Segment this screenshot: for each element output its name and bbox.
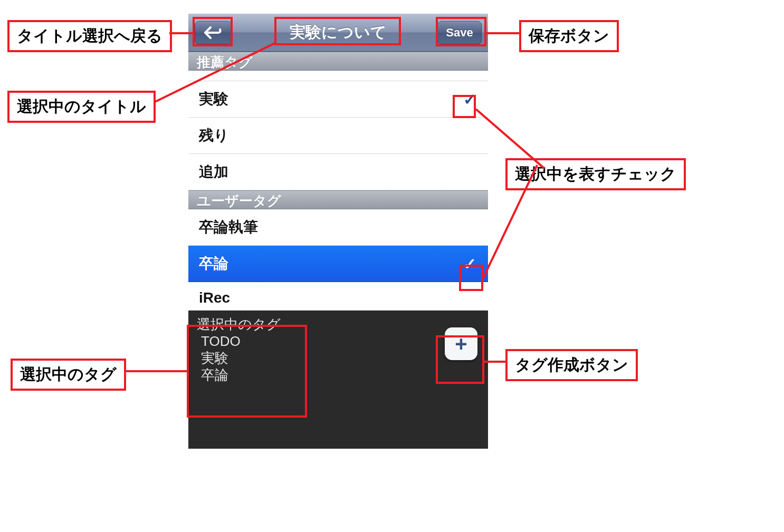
connector (486, 32, 519, 34)
tag-label: 卒論 (199, 254, 228, 274)
back-button[interactable] (195, 21, 232, 44)
tag-label: 残り (199, 125, 229, 146)
callout-addbtn: タグ作成ボタン (505, 349, 638, 381)
navbar: 実験について Save (188, 14, 488, 52)
checkmark-icon: ✓ (463, 255, 476, 273)
selected-tag: TODO (197, 333, 480, 350)
callout-title: 選択中のタイトル (7, 91, 156, 123)
selected-tag: 実験 (197, 350, 480, 366)
plus-icon: + (455, 332, 467, 356)
list-item[interactable]: 追加 (188, 154, 488, 190)
section-header-user: ユーザータグ (188, 190, 488, 209)
list-item[interactable]: iRec (188, 282, 488, 311)
selected-tags-title: 選択中のタグ (197, 316, 480, 333)
tag-label: 卒論執筆 (199, 217, 258, 237)
save-button[interactable]: Save (437, 21, 482, 44)
list-item[interactable] (188, 71, 488, 81)
list-item[interactable]: 実験 ✓ (188, 81, 488, 118)
callout-save: 保存ボタン (519, 20, 619, 52)
connector (169, 32, 193, 34)
callout-back: タイトル選択へ戻る (7, 20, 172, 52)
add-tag-button[interactable]: + (445, 327, 477, 360)
phone-screen: 実験について Save 推薦タグ 実験 ✓ 残り 追加 ユーザータグ 卒論執筆 … (188, 14, 488, 465)
back-arrow-icon (204, 26, 222, 39)
list-item[interactable]: 卒論執筆 (188, 209, 488, 246)
tag-label: 追加 (199, 162, 228, 182)
selected-tags-panel: 選択中のタグ TODO 実験 卒論 + (188, 311, 488, 449)
list-item[interactable]: 卒論 ✓ (188, 246, 488, 282)
page-title: 実験について (290, 22, 387, 43)
section-header-recommended: 推薦タグ (188, 52, 488, 71)
connector (126, 370, 187, 372)
callout-selpanel: 選択中のタグ (11, 359, 126, 391)
tag-label: iRec (199, 289, 230, 306)
list-item[interactable]: 残り (188, 118, 488, 154)
checkmark-icon: ✓ (463, 90, 476, 109)
selected-tag: 卒論 (197, 366, 480, 383)
tag-label: 実験 (199, 89, 228, 109)
connector (484, 361, 505, 363)
